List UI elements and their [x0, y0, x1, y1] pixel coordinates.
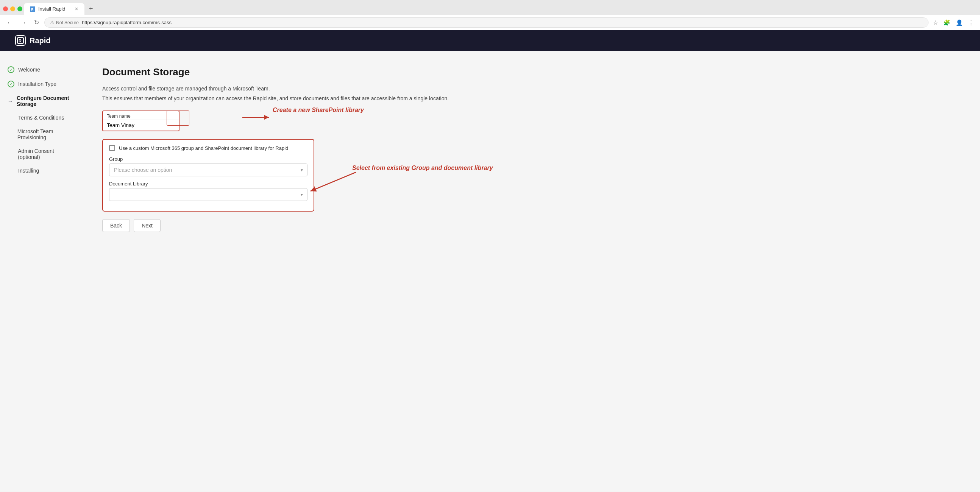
team-name-box: Team name	[102, 111, 180, 131]
app-header: R Rapid	[0, 30, 980, 51]
annotation-existing-group-text: Select from existing Group and document …	[352, 165, 493, 171]
sidebar-item-microsoft-team-provisioning-label: Microsoft Team Provisioning	[18, 128, 75, 140]
button-row: Back Next	[102, 219, 961, 232]
document-library-select[interactable]	[109, 188, 307, 201]
refresh-nav-button[interactable]: ↻	[32, 17, 41, 28]
sidebar-item-welcome[interactable]: ✓ Welcome	[0, 62, 83, 77]
logo-icon: R	[15, 35, 26, 46]
forward-nav-button[interactable]: →	[18, 18, 29, 28]
maximize-window-button[interactable]	[18, 6, 22, 11]
sidebar-item-admin-consent[interactable]: Admin Consent (optional)	[0, 144, 83, 164]
extensions-button[interactable]: 🧩	[942, 18, 952, 28]
svg-text:R: R	[31, 8, 34, 11]
page-desc1: Access control and file storage are mana…	[102, 86, 961, 92]
group-select-row: Group Please choose an option	[109, 156, 307, 176]
sidebar-item-installing[interactable]: Installing	[0, 164, 83, 178]
main-content: Document Storage Access control and file…	[83, 51, 980, 492]
page-desc2: This ensures that members of your organi…	[102, 95, 961, 102]
back-nav-button[interactable]: ←	[5, 18, 15, 28]
menu-button[interactable]: ⋮	[967, 18, 975, 28]
document-library-select-row: Document Library	[109, 181, 307, 201]
group-select-label: Group	[109, 156, 307, 162]
close-window-button[interactable]	[3, 6, 8, 11]
tab-bar: R Install Rapid ✕ +	[0, 0, 980, 15]
close-tab-button[interactable]: ✕	[75, 6, 78, 12]
page-title: Document Storage	[102, 66, 961, 78]
sidebar: ✓ Welcome ✓ Installation Type → Configur…	[0, 51, 83, 492]
group-select-wrapper: Please choose an option	[109, 163, 307, 176]
app-body: ✓ Welcome ✓ Installation Type → Configur…	[0, 51, 980, 492]
tab-favicon: R	[30, 6, 35, 12]
sidebar-item-admin-consent-label: Admin Consent (optional)	[18, 148, 75, 160]
back-button[interactable]: Back	[102, 219, 130, 232]
browser-toolbar: ← → ↻ ⚠ Not Secure https://signup.rapidp…	[0, 15, 980, 30]
active-tab[interactable]: R Install Rapid ✕	[24, 3, 84, 15]
custom-checkbox-row: Use a custom Microsoft 365 group and Sha…	[109, 145, 307, 151]
custom-checkbox[interactable]	[109, 145, 115, 151]
sidebar-item-terms-conditions[interactable]: Terms & Conditions	[0, 111, 83, 124]
sidebar-item-installing-label: Installing	[18, 168, 39, 174]
svg-text:R: R	[19, 39, 22, 43]
app-logo-text: Rapid	[30, 37, 51, 45]
minimize-window-button[interactable]	[10, 6, 15, 11]
not-secure-text: Not Secure	[56, 20, 79, 25]
address-bar[interactable]: ⚠ Not Secure https://signup.rapidplatfor…	[44, 17, 929, 28]
sidebar-item-welcome-label: Welcome	[18, 67, 40, 73]
sidebar-item-installation-type[interactable]: ✓ Installation Type	[0, 77, 83, 91]
installation-type-status-icon: ✓	[8, 81, 14, 87]
os-window-controls[interactable]	[3, 6, 22, 11]
profile-button[interactable]: 👤	[954, 18, 964, 28]
team-name-input[interactable]	[103, 120, 179, 130]
tab-title: Install Rapid	[38, 6, 65, 12]
sidebar-item-terms-conditions-label: Terms & Conditions	[18, 115, 64, 121]
group-select[interactable]: Please choose an option	[109, 163, 307, 176]
team-name-label: Team name	[103, 111, 179, 120]
sidebar-item-installation-type-label: Installation Type	[18, 81, 56, 87]
sidebar-item-configure-document-storage[interactable]: → Configure Document Storage	[0, 91, 83, 111]
annotation-create-sharepoint: Create a new SharePoint library	[186, 107, 208, 122]
warning-icon: ⚠	[50, 20, 54, 25]
browser-action-buttons: ☆ 🧩 👤 ⋮	[932, 18, 975, 28]
browser-chrome: R Install Rapid ✕ + ← → ↻ ⚠ Not Secure h…	[0, 0, 980, 30]
annotation-arrow-1	[242, 110, 273, 121]
document-library-select-wrapper	[109, 188, 307, 201]
current-arrow-icon: →	[8, 98, 13, 104]
annotation-create-sharepoint-text: Create a new SharePoint library	[273, 107, 364, 114]
address-url: https://signup.rapidplatform.com/ms-sass	[82, 20, 923, 25]
svg-line-5	[310, 172, 356, 191]
sidebar-item-configure-document-storage-label: Configure Document Storage	[17, 95, 75, 107]
custom-checkbox-label: Use a custom Microsoft 365 group and Sha…	[119, 145, 288, 151]
sidebar-item-microsoft-team-provisioning[interactable]: Microsoft Team Provisioning	[0, 124, 83, 144]
app-container: R Rapid ✓ Welcome ✓ Installation Type → …	[0, 30, 980, 492]
document-library-label: Document Library	[109, 181, 307, 187]
team-name-section: Team name Create a new SharePoint	[102, 111, 961, 133]
not-secure-badge: ⚠ Not Secure	[50, 20, 79, 25]
app-logo: R Rapid	[15, 35, 51, 46]
welcome-status-icon: ✓	[8, 66, 14, 73]
new-tab-button[interactable]: +	[86, 3, 96, 14]
custom-section: Use a custom Microsoft 365 group and Sha…	[102, 139, 314, 211]
next-button[interactable]: Next	[134, 219, 161, 232]
bookmark-button[interactable]: ☆	[932, 18, 939, 28]
